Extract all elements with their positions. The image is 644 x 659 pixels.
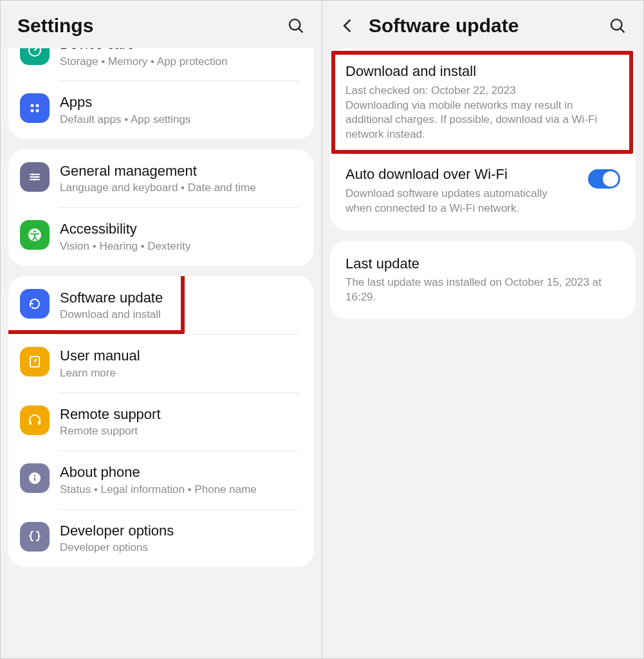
- settings-item-subtitle: Learn more: [60, 366, 301, 381]
- braces-icon: [27, 529, 42, 544]
- settings-item-labels: User manualLearn more: [60, 346, 301, 380]
- settings-item-subtitle: Storage • Memory • App protection: [60, 55, 301, 70]
- svg-rect-18: [38, 421, 41, 425]
- settings-item-labels: AccessibilityVision • Hearing • Dexterit…: [60, 219, 301, 254]
- settings-item-icon: [20, 48, 50, 65]
- settings-item-labels: Device careStorage • Memory • App protec…: [60, 48, 301, 69]
- search-icon: [287, 17, 305, 35]
- settings-pane: Settings Device careStorage • Memory • A…: [1, 1, 322, 658]
- manual-icon: [27, 354, 42, 369]
- settings-item-apps[interactable]: AppsDefault apps • App settings: [8, 80, 314, 138]
- svg-point-0: [290, 19, 300, 30]
- settings-item-title: Device care: [60, 48, 301, 53]
- auto-download-subtitle: Download software updates automatically …: [345, 187, 576, 216]
- apps-icon: [27, 100, 42, 116]
- svg-point-11: [35, 176, 38, 178]
- settings-item-icon: [20, 463, 50, 493]
- auto-download-toggle[interactable]: [588, 169, 620, 189]
- svg-point-12: [33, 178, 35, 181]
- settings-item-subtitle: Language and keyboard • Date and time: [60, 181, 301, 196]
- settings-item-icon: [20, 93, 50, 123]
- settings-item-labels: Software updateDownload and install: [60, 288, 301, 322]
- svg-point-6: [36, 109, 39, 113]
- settings-item-labels: Remote supportRemote support: [60, 404, 301, 439]
- download-title: Download and install: [345, 62, 620, 81]
- settings-item-labels: Developer optionsDeveloper options: [60, 521, 301, 555]
- settings-item-subtitle: Default apps • App settings: [60, 113, 301, 127]
- svg-rect-17: [29, 421, 32, 425]
- settings-item-labels: AppsDefault apps • App settings: [60, 92, 301, 127]
- page-title: Settings: [17, 15, 279, 37]
- svg-point-21: [34, 475, 35, 476]
- settings-item-remote-support[interactable]: Remote supportRemote support: [8, 393, 314, 450]
- settings-item-icon: [20, 289, 50, 319]
- settings-item-developer-options[interactable]: Developer optionsDeveloper options: [8, 509, 314, 567]
- sliders-icon: [27, 169, 42, 185]
- settings-item-user-manual[interactable]: User manualLearn more: [8, 334, 314, 392]
- settings-item-icon: [20, 220, 50, 250]
- settings-item-labels: General managementLanguage and keyboard …: [60, 161, 301, 196]
- settings-item-device-care[interactable]: Device careStorage • Memory • App protec…: [8, 48, 314, 80]
- info-icon: [27, 470, 42, 486]
- settings-item-icon: [20, 522, 50, 552]
- settings-item-icon: [20, 162, 50, 192]
- software-update-header: Software update: [322, 1, 643, 48]
- search-button[interactable]: [287, 17, 305, 35]
- svg-point-10: [32, 173, 34, 176]
- settings-scroll[interactable]: Device careStorage • Memory • App protec…: [1, 48, 322, 658]
- last-update-item[interactable]: Last update The last update was installe…: [330, 243, 636, 317]
- back-button[interactable]: [339, 17, 357, 35]
- gauge-icon: [27, 48, 42, 58]
- settings-item-subtitle: Developer options: [60, 541, 301, 555]
- settings-item-title: Software update: [60, 289, 301, 307]
- download-and-install-item[interactable]: Download and install Last checked on: Oc…: [330, 51, 636, 154]
- settings-item-accessibility[interactable]: AccessibilityVision • Hearing • Dexterit…: [8, 207, 314, 265]
- settings-item-title: Developer options: [60, 522, 301, 540]
- settings-item-labels: About phoneStatus • Legal information • …: [60, 462, 301, 497]
- page-title: Software update: [369, 15, 601, 37]
- settings-group: Software updateDownload and installUser …: [8, 276, 314, 567]
- last-update-subtitle: The last update was installed on October…: [345, 275, 620, 305]
- last-update-card: Last update The last update was installe…: [330, 241, 636, 319]
- svg-point-22: [611, 19, 621, 30]
- settings-item-subtitle: Status • Legal information • Phone name: [60, 483, 301, 497]
- svg-line-23: [620, 28, 624, 32]
- settings-item-title: About phone: [60, 463, 301, 481]
- last-update-title: Last update: [345, 255, 620, 274]
- svg-rect-20: [34, 478, 35, 481]
- update-actions-card: Download and install Last checked on: Oc…: [330, 48, 636, 230]
- settings-group: General managementLanguage and keyboard …: [8, 149, 314, 266]
- svg-point-14: [33, 230, 36, 233]
- settings-header: Settings: [1, 1, 322, 48]
- settings-item-subtitle: Vision • Hearing • Dexterity: [60, 239, 301, 254]
- settings-item-subtitle: Remote support: [60, 424, 301, 439]
- svg-point-4: [36, 104, 39, 107]
- settings-item-icon: [20, 347, 50, 376]
- settings-item-title: Apps: [60, 93, 301, 111]
- accessibility-icon: [27, 227, 42, 243]
- settings-item-icon: [20, 405, 50, 435]
- auto-download-title: Auto download over Wi-Fi: [345, 165, 576, 184]
- svg-line-1: [299, 28, 302, 32]
- settings-item-title: Remote support: [60, 405, 301, 423]
- software-update-scroll[interactable]: Download and install Last checked on: Oc…: [322, 48, 643, 658]
- settings-item-title: User manual: [60, 347, 301, 365]
- download-subtitle: Last checked on: October 22, 2023 Downlo…: [345, 84, 620, 143]
- settings-item-subtitle: Download and install: [60, 308, 301, 322]
- svg-point-5: [31, 109, 34, 113]
- refresh-icon: [27, 296, 42, 311]
- svg-point-3: [31, 104, 34, 107]
- settings-item-general-management[interactable]: General managementLanguage and keyboard …: [8, 149, 314, 207]
- auto-download-item[interactable]: Auto download over Wi-Fi Download softwa…: [330, 154, 636, 227]
- settings-item-about-phone[interactable]: About phoneStatus • Legal information • …: [8, 450, 314, 508]
- settings-item-software-update[interactable]: Software updateDownload and install: [8, 276, 314, 334]
- search-button[interactable]: [609, 17, 627, 35]
- settings-item-title: General management: [60, 162, 301, 180]
- settings-group: Device careStorage • Memory • App protec…: [8, 48, 314, 139]
- headset-icon: [27, 413, 42, 428]
- software-update-pane: Software update Download and install Las…: [322, 1, 643, 658]
- chevron-left-icon: [339, 17, 357, 35]
- search-icon: [609, 17, 627, 35]
- settings-item-title: Accessibility: [60, 220, 301, 238]
